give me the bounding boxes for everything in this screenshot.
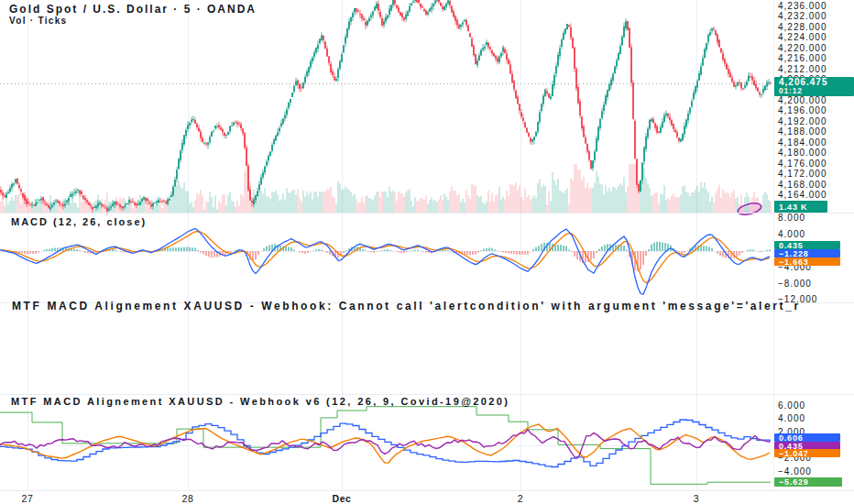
- symbol-title[interactable]: Gold Spot / U.S. Dollar · 5 · OANDA: [9, 3, 257, 16]
- macd-signal-badge: −1.663: [774, 257, 840, 266]
- price-axis-label: 4,180.000: [778, 148, 827, 158]
- macd-signal-line: [0, 232, 770, 283]
- price-axis-label: 4,236.000: [778, 2, 827, 11]
- mtf-orange-value: −1.047: [779, 449, 809, 458]
- macd-axis-label: 4.000: [778, 230, 805, 239]
- candles-up: [5, 0, 770, 211]
- mtf-indicator-title[interactable]: MTF MACD Alignement XAUUSD - Webhook v6 …: [11, 396, 509, 407]
- mtf-orange-badge: −1.047: [774, 449, 840, 457]
- pane-separator[interactable]: [0, 213, 854, 214]
- price-axis-label: 4,176.000: [778, 159, 827, 169]
- chart-canvas[interactable]: [0, 0, 854, 490]
- price-axis-label: 4,216.000: [778, 54, 827, 63]
- indicator-axis-label: −4.000: [778, 467, 812, 477]
- bar-countdown: 01:12: [779, 87, 803, 95]
- macd-line: [0, 229, 770, 295]
- volume-indicator-title[interactable]: Vol · Ticks: [9, 16, 67, 26]
- mtf-green-badge: −5.629: [774, 477, 842, 487]
- candles-down: [0, 0, 772, 212]
- price-axis-label: 4,232.000: [778, 12, 827, 21]
- volume-value-badge: 1.43 K: [774, 201, 827, 213]
- macd-axis-label: 8.000: [778, 214, 805, 223]
- pane-separator[interactable]: [0, 394, 854, 395]
- price-axis-label: 4,212.000: [778, 65, 827, 74]
- tradingview-chart-window: Gold Spot / U.S. Dollar · 5 · OANDA Vol …: [0, 0, 854, 504]
- indicator-error-message[interactable]: MTF MACD Alignement XAUUSD - Webhook: Ca…: [12, 300, 801, 312]
- volume-value: 1.43 K: [779, 203, 807, 212]
- time-scale[interactable]: 2728Dec23: [0, 490, 854, 504]
- indicator-axis-label: 4.000: [778, 414, 805, 423]
- price-axis-label: 4,188.000: [778, 127, 827, 137]
- price-axis-label: 4,164.000: [778, 191, 827, 200]
- price-axis-label: 4,196.000: [778, 106, 827, 115]
- price-axis-label: 4,200.000: [778, 96, 827, 105]
- time-axis-label: 3: [694, 493, 699, 504]
- price-axis-label: 4,192.000: [778, 117, 827, 126]
- price-axis-label: 4,168.000: [778, 181, 827, 190]
- time-axis-label: 2: [518, 493, 523, 504]
- macd-axis-label: −8.000: [778, 279, 812, 289]
- mtf-green-value: −5.629: [779, 477, 809, 487]
- price-axis-label: 4,184.000: [778, 138, 827, 148]
- price-axis-label: 4,228.000: [778, 23, 827, 32]
- current-price-badge: 4,206.475 01:12: [774, 77, 854, 96]
- price-axis-label: 4,220.000: [778, 44, 827, 53]
- price-axis-label: 4,224.000: [778, 33, 827, 42]
- macd-signal-value: −1.663: [779, 257, 809, 267]
- time-axis-label: Dec: [332, 493, 351, 504]
- time-axis-label: 27: [22, 493, 34, 504]
- macd-indicator-title[interactable]: MACD (12, 26, close): [11, 216, 147, 227]
- price-axis-label: 4,172.000: [778, 170, 827, 179]
- indicator-axis-label: 6.000: [778, 401, 805, 411]
- macd-histogram-negative: [3, 251, 761, 271]
- time-axis-label: 28: [182, 493, 194, 504]
